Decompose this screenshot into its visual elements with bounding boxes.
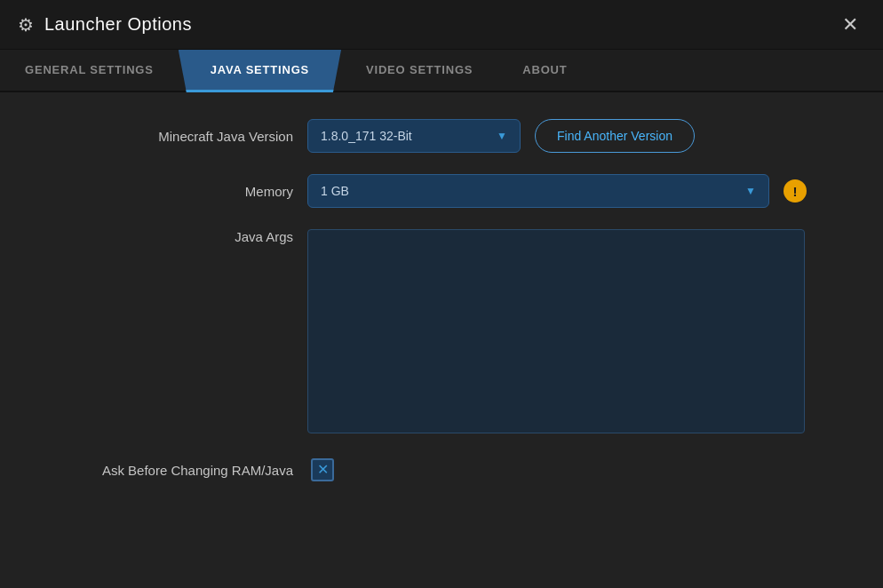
- memory-dropdown[interactable]: 1 GB ▼: [307, 174, 769, 208]
- memory-value: 1 GB: [321, 184, 349, 198]
- java-args-row: Java Args: [53, 229, 830, 433]
- find-another-version-button[interactable]: Find Another Version: [535, 119, 695, 153]
- memory-label: Memory: [53, 184, 293, 199]
- window-title: Launcher Options: [44, 14, 192, 35]
- warning-icon: !: [784, 179, 807, 203]
- memory-dropdown-arrow-icon: ▼: [745, 185, 756, 197]
- tab-about[interactable]: ABOUT: [497, 50, 592, 92]
- tab-general-settings[interactable]: GENERAL SETTINGS: [0, 50, 179, 92]
- tab-bar: GENERAL SETTINGS JAVA SETTINGS VIDEO SET…: [0, 50, 883, 92]
- dropdown-arrow-icon: ▼: [497, 130, 507, 142]
- close-button[interactable]: ✕: [835, 12, 865, 38]
- title-bar-left: ⚙ Launcher Options: [18, 14, 192, 36]
- tab-java-settings[interactable]: JAVA SETTINGS: [179, 50, 341, 92]
- ask-ram-row: Ask Before Changing RAM/Java ✕: [53, 458, 830, 481]
- java-version-value: 1.8.0_171 32-Bit: [321, 129, 412, 143]
- tab-video-settings[interactable]: VIDEO SETTINGS: [341, 50, 497, 92]
- java-version-row: Minecraft Java Version 1.8.0_171 32-Bit …: [53, 119, 830, 153]
- checkbox-check-icon: ✕: [317, 463, 329, 477]
- java-args-label: Java Args: [53, 229, 293, 244]
- java-version-label: Minecraft Java Version: [53, 129, 293, 144]
- ask-ram-label: Ask Before Changing RAM/Java: [53, 463, 293, 478]
- content-area: Minecraft Java Version 1.8.0_171 32-Bit …: [0, 92, 883, 588]
- memory-row: Memory 1 GB ▼ !: [53, 174, 830, 208]
- java-version-dropdown[interactable]: 1.8.0_171 32-Bit ▼: [307, 119, 521, 153]
- ask-ram-checkbox[interactable]: ✕: [311, 458, 334, 481]
- launcher-window: ⚙ Launcher Options ✕ GENERAL SETTINGS JA…: [0, 0, 883, 588]
- java-args-textarea[interactable]: [307, 229, 805, 433]
- gear-icon: ⚙: [18, 14, 34, 36]
- title-bar: ⚙ Launcher Options ✕: [0, 0, 883, 50]
